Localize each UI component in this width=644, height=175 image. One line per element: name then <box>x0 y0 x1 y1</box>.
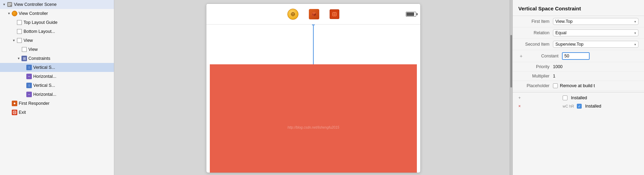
exit-label: Exit <box>19 109 26 116</box>
canvas-area: http://blog.csdn.net/lishengfu2015 <box>114 0 512 175</box>
horizontal-icon-2 <box>26 92 32 97</box>
disclosure-fr <box>7 101 11 105</box>
multiplier-label: Multiplier <box>518 74 553 79</box>
divider-1 <box>513 92 644 92</box>
placeholder-row-content: Remove at build t <box>553 83 595 88</box>
installed-row-plus: + Installed <box>513 94 644 102</box>
constraint-line-vertical <box>313 25 314 66</box>
battery-icon <box>406 12 416 17</box>
tree-item-view-parent[interactable]: ▼ View <box>0 36 114 45</box>
disclosure-h2 <box>21 92 26 96</box>
tree-item-vc[interactable]: ▼ View Controller <box>0 9 114 18</box>
tree-item-exit[interactable]: Exit <box>0 108 114 117</box>
vertical-s-1-label: Vertical S... <box>33 64 55 71</box>
view-icon-parent <box>17 38 22 43</box>
multiplier-value: 1 <box>553 74 638 79</box>
installed-label-plus: Installed <box>571 95 587 100</box>
inspector-row-first-item: First Item View.Top <box>513 16 644 27</box>
top-layout-label: Top Layout Guide <box>24 19 57 26</box>
constant-label: Constant <box>527 54 562 58</box>
installed-minus-icon[interactable]: × <box>518 104 525 109</box>
yellow-circle-btn[interactable] <box>287 9 298 20</box>
constraints-icon <box>21 56 27 61</box>
disclosure-view-child <box>17 47 21 52</box>
orange-square-btn[interactable] <box>330 9 339 19</box>
placeholder-text: Remove at build t <box>560 83 595 88</box>
installed-plus-icon[interactable]: + <box>518 95 525 100</box>
tree-item-first-responder[interactable]: First Responder <box>0 99 114 108</box>
exit-icon <box>12 110 17 115</box>
orange-cube-btn[interactable] <box>309 9 319 19</box>
disclosure-exit <box>7 110 11 114</box>
inspector-row-placeholder: Placeholder Remove at build t <box>513 81 644 91</box>
tree-item-vertical-s-2[interactable]: Vertical S... <box>0 81 114 90</box>
vc-label: View Controller <box>19 10 48 17</box>
placeholder-checkbox[interactable] <box>553 83 558 88</box>
scene-label: View Controller Scene <box>14 1 56 8</box>
installed-label-wc: Installed <box>585 104 601 109</box>
vertical-s-icon-2 <box>26 83 32 88</box>
first-item-label: First Item <box>518 19 553 24</box>
tree-item-constraints[interactable]: ▼ Constraints <box>0 54 114 63</box>
tree-item-horizontal-1[interactable]: Horizontal... <box>0 72 114 81</box>
vertical-s-2-label: Vertical S... <box>33 82 55 89</box>
tree-item-scene[interactable]: ▼ View Controller Scene <box>0 0 114 9</box>
installed-row-wc: × wC hR ✓ Installed <box>513 102 644 110</box>
relation-dropdown[interactable]: Equal <box>553 29 638 36</box>
installed-checkbox-wc[interactable]: ✓ <box>577 104 582 109</box>
inspector-row-priority: Priority 1000 <box>513 62 644 72</box>
watermark-text: http://blog.csdn.net/lishengfu2015 <box>287 126 339 129</box>
disclosure-view-parent[interactable]: ▼ <box>12 38 16 43</box>
wc-label: wC hR <box>563 104 574 108</box>
svg-rect-3 <box>8 5 10 6</box>
phone-content: http://blog.csdn.net/lishengfu2015 <box>206 25 420 173</box>
scene-icon <box>7 2 12 7</box>
svg-rect-1 <box>8 3 11 4</box>
red-view: http://blog.csdn.net/lishengfu2015 <box>210 64 417 173</box>
scene-navigator: ▼ View Controller Scene ▼ View Controlle… <box>0 0 114 175</box>
tree-item-horizontal-2[interactable]: Horizontal... <box>0 90 114 99</box>
tree-item-top-layout[interactable]: Top Layout Guide <box>0 18 114 27</box>
disclosure-vs1 <box>21 65 26 70</box>
disclosure-vc[interactable]: ▼ <box>7 11 11 16</box>
scrollbar-thumb[interactable] <box>510 35 512 88</box>
inspector-row-relation: Relation Equal <box>513 27 644 39</box>
first-item-dropdown[interactable]: View.Top <box>553 18 638 25</box>
vertical-s-icon-1 <box>26 65 32 70</box>
disclosure-scene[interactable]: ▼ <box>2 2 6 7</box>
disclosure-bottom-layout <box>12 29 16 34</box>
plus-button[interactable]: + <box>518 53 524 59</box>
installed-checkbox-plus[interactable] <box>563 95 567 100</box>
view-child-label: View <box>28 46 38 53</box>
canvas-scrollbar[interactable] <box>510 0 512 175</box>
phone-toolbar <box>206 4 420 25</box>
constant-input[interactable] <box>562 52 590 60</box>
second-item-label: Second Item <box>518 42 553 47</box>
tree-item-vertical-s-1[interactable]: Vertical S... <box>0 63 114 72</box>
responder-icon <box>12 101 17 106</box>
inspector-title: Vertical Space Constraint <box>513 6 644 16</box>
constraints-label: Constraints <box>28 55 50 62</box>
horizontal-icon-1 <box>26 74 32 79</box>
layout-icon-bottom <box>17 29 22 34</box>
view-icon-child <box>21 47 27 52</box>
inspector-panel: Vertical Space Constraint First Item Vie… <box>512 0 644 175</box>
relation-label: Relation <box>518 30 553 35</box>
disclosure-top-layout <box>12 20 16 25</box>
placeholder-label: Placeholder <box>518 83 553 88</box>
inspector-row-constant: + Constant <box>513 50 644 62</box>
priority-value: 1000 <box>553 64 638 69</box>
priority-label: Priority <box>518 64 553 69</box>
horizontal-2-label: Horizontal... <box>33 91 56 98</box>
tree-item-view-child[interactable]: View <box>0 45 114 54</box>
disclosure-h1 <box>21 74 26 79</box>
vc-icon <box>12 11 17 16</box>
phone-frame: http://blog.csdn.net/lishengfu2015 <box>206 3 421 173</box>
view-parent-label: View <box>24 37 33 44</box>
tree-item-bottom-layout[interactable]: Bottom Layout... <box>0 27 114 36</box>
second-item-dropdown[interactable]: Superview.Top <box>553 41 638 48</box>
inspector-row-multiplier: Multiplier 1 <box>513 72 644 81</box>
svg-rect-2 <box>8 4 11 5</box>
bottom-layout-label: Bottom Layout... <box>24 28 55 35</box>
disclosure-constraints[interactable]: ▼ <box>17 56 21 61</box>
